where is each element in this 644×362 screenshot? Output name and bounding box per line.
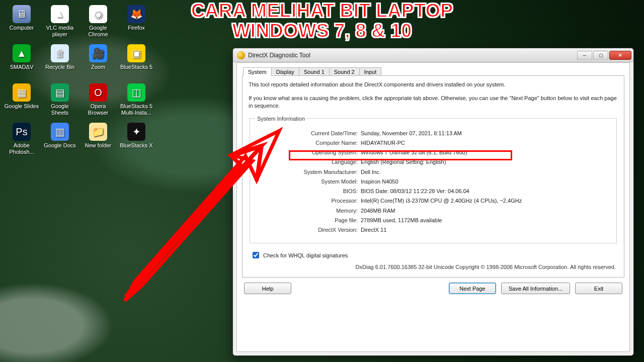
app-icon: 📁 <box>89 123 107 141</box>
tab-system[interactable]: System <box>243 67 272 76</box>
desktop-icon[interactable]: ✦BlueStacks X <box>118 121 155 159</box>
intro-text-2: If you know what area is causing the pro… <box>249 95 618 110</box>
info-key: Current Date/Time: <box>255 129 361 138</box>
desktop-icon[interactable]: 🦊Firefox <box>118 3 155 41</box>
app-icon: ▦ <box>13 83 31 102</box>
desktop-icon[interactable]: ◫BlueStacks 5 Multi-Insta... <box>118 81 155 120</box>
icon-label: Google Docs <box>44 142 76 149</box>
info-key: Computer Name: <box>255 138 361 148</box>
whql-label: Check for WHQL digital signatures <box>263 252 348 258</box>
info-row: System Manufacturer:Dell Inc. <box>255 167 611 177</box>
info-row: Computer Name:HIDAYATNUR-PC <box>255 138 611 148</box>
system-information-group: System Information Current Date/Time:Sun… <box>250 116 617 244</box>
app-icon: 🎥 <box>89 44 107 62</box>
info-value: 2789MB used, 1172MB available <box>361 216 611 225</box>
info-value: HIDAYATNUR-PC <box>361 138 611 148</box>
tab-input[interactable]: Input <box>359 67 381 76</box>
window-client: SystemDisplaySound 1Sound 2Input This to… <box>236 62 630 352</box>
desktop-icon[interactable]: ▥Google Docs <box>41 121 78 159</box>
desktop-icon[interactable]: ▲VLC media player <box>41 3 78 41</box>
info-row: Operating System:Windows 7 Ultimate 32-b… <box>255 148 611 157</box>
tab-strip: SystemDisplaySound 1Sound 2Input <box>243 67 624 75</box>
app-icon: ◫ <box>127 83 145 102</box>
save-all-button[interactable]: Save All Information... <box>501 283 570 294</box>
dxdiag-window: DirectX Diagnostic Tool ─ ▢ ✕ SystemDisp… <box>232 48 634 356</box>
desktop-icons-area: 🖥Computer▲VLC media player◉Google Chrome… <box>3 3 164 159</box>
maximize-button[interactable]: ▢ <box>593 51 608 60</box>
system-information-legend: System Information <box>255 116 307 122</box>
app-icon: ▲ <box>51 5 69 23</box>
app-icon: 🦊 <box>127 5 145 23</box>
icon-label: Zoom <box>91 64 105 70</box>
info-key: Memory: <box>255 206 361 216</box>
desktop-icon[interactable]: ▦Google Slides <box>3 81 40 120</box>
icon-label: BlueStacks 5 Multi-Insta... <box>120 103 152 116</box>
info-value: Intel(R) Core(TM) i3-2370M CPU @ 2.40GHz… <box>361 196 611 206</box>
next-page-button[interactable]: Next Page <box>449 283 496 294</box>
icon-label: VLC media player <box>46 25 73 37</box>
icon-label: Google Sheets <box>51 103 68 116</box>
exit-button[interactable]: Exit <box>575 283 622 294</box>
info-value: Dell Inc. <box>361 167 611 177</box>
app-icon: ◉ <box>89 5 107 23</box>
desktop-icon[interactable]: OOpera Browser <box>79 81 117 120</box>
tab-page-system: This tool reports detailed information a… <box>242 75 624 278</box>
desktop-icon[interactable]: PsAdobe Photosh... <box>3 121 40 159</box>
icon-label: BlueStacks 5 <box>120 64 152 70</box>
info-row: Current Date/Time:Sunday, November 07, 2… <box>255 129 611 138</box>
desktop-icon[interactable]: ◉Google Chrome <box>79 3 117 41</box>
icon-label: New folder <box>85 142 112 149</box>
whql-checkbox-row[interactable]: Check for WHQL digital signatures <box>251 250 618 260</box>
info-row: System Model:Inspiron N4050 <box>255 177 611 187</box>
icon-label: Adobe Photosh... <box>9 142 34 155</box>
info-key: System Manufacturer: <box>255 167 361 177</box>
intro-text-1: This tool reports detailed information a… <box>249 81 618 88</box>
desktop-icon[interactable]: 🖥Computer <box>3 3 40 41</box>
desktop-icon[interactable]: ▤Google Sheets <box>41 81 78 120</box>
app-icon <box>237 51 245 59</box>
info-row: BIOS:BIOS Date: 08/03/12 11:22:28 Ver: 0… <box>255 187 611 196</box>
info-key: BIOS: <box>255 187 361 196</box>
icon-label: Recycle Bin <box>45 64 74 70</box>
tab-sound-2[interactable]: Sound 2 <box>329 67 360 76</box>
desktop-icon[interactable]: 🎥Zoom <box>79 42 117 80</box>
desktop-icon[interactable]: 🗑Recycle Bin <box>41 42 78 80</box>
icon-label: Google Slides <box>5 103 39 110</box>
info-value: BIOS Date: 08/03/12 11:22:28 Ver: 04.06.… <box>361 187 611 196</box>
info-row: Language:English (Regional Setting: Engl… <box>255 157 611 167</box>
app-icon: ✦ <box>127 123 145 141</box>
icon-label: Computer <box>10 25 34 31</box>
info-row: Processor:Intel(R) Core(TM) i3-2370M CPU… <box>255 196 611 206</box>
desktop-icon[interactable]: ▲SMADΔV <box>3 42 40 80</box>
close-button[interactable]: ✕ <box>609 51 631 60</box>
whql-checkbox[interactable] <box>253 252 259 258</box>
desktop-icon[interactable]: 📁New folder <box>79 121 117 159</box>
copyright-text: DxDiag 6.01.7600.16385 32-bit Unicode Co… <box>249 264 616 270</box>
info-value: Sunday, November 07, 2021, 8:11:13 AM <box>361 129 611 138</box>
icon-label: SMADΔV <box>10 64 33 70</box>
info-key: System Model: <box>255 177 361 187</box>
info-value: English (Regional Setting: English) <box>361 157 611 167</box>
desktop-icon[interactable]: ▣BlueStacks 5 <box>118 42 155 80</box>
button-row: Help Next Page Save All Information... E… <box>242 283 624 294</box>
minimize-button[interactable]: ─ <box>577 51 592 60</box>
app-icon: ▥ <box>51 123 69 141</box>
tab-sound-1[interactable]: Sound 1 <box>299 67 330 76</box>
app-icon: 🖥 <box>13 5 31 23</box>
help-button[interactable]: Help <box>244 283 291 294</box>
info-value: 2048MB RAM <box>361 206 611 216</box>
info-value: Inspiron N4050 <box>361 177 611 187</box>
icon-label: BlueStacks X <box>120 142 152 149</box>
titlebar[interactable]: DirectX Diagnostic Tool ─ ▢ ✕ <box>233 48 633 62</box>
app-icon: Ps <box>13 123 31 141</box>
tab-display[interactable]: Display <box>271 67 299 76</box>
info-row: DirectX Version:DirectX 11 <box>255 225 611 235</box>
window-title: DirectX Diagnostic Tool <box>248 52 577 59</box>
info-key: Page file: <box>255 216 361 225</box>
app-icon: ▣ <box>127 44 145 62</box>
info-value: Windows 7 Ultimate 32-bit (6.1, Build 76… <box>361 148 611 157</box>
icon-label: Google Chrome <box>88 25 108 37</box>
app-icon: 🗑 <box>51 44 69 62</box>
info-row: Memory:2048MB RAM <box>255 206 611 216</box>
info-key: DirectX Version: <box>255 225 361 235</box>
